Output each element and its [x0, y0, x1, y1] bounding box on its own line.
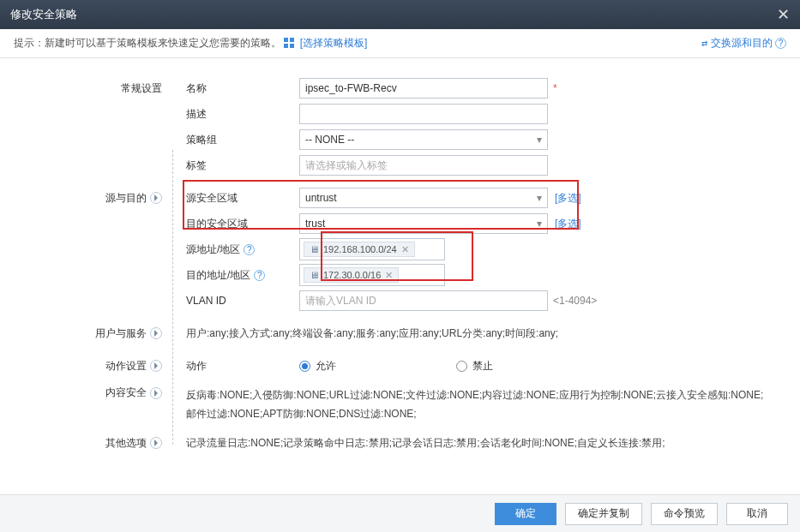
- radio-icon: [456, 361, 467, 372]
- dialog-title: 修改安全策略: [10, 7, 77, 22]
- swap-src-dst-link[interactable]: ⇄ 交换源和目的 ?: [701, 37, 786, 49]
- close-icon[interactable]: ✕: [777, 5, 790, 24]
- srczone-value: untrust: [305, 192, 337, 204]
- tags-input[interactable]: [299, 155, 548, 176]
- chevron-down-icon: ▾: [537, 218, 542, 230]
- group-label: 策略组: [167, 133, 299, 147]
- tip-right: ⇄ 交换源和目的 ?: [701, 36, 786, 51]
- cancel-button[interactable]: 取消: [726, 503, 788, 525]
- section-general-label: 常规设置: [0, 81, 167, 96]
- vlan-input[interactable]: [299, 290, 548, 311]
- desc-input[interactable]: [299, 104, 548, 124]
- action-deny-radio[interactable]: 禁止: [456, 359, 493, 374]
- section-contentsec-label: 内容安全: [0, 386, 167, 400]
- expand-icon[interactable]: [150, 387, 162, 399]
- expand-icon[interactable]: [150, 360, 162, 372]
- section-srcdst-label: 源与目的: [0, 191, 167, 206]
- dstzone-value: trust: [305, 218, 325, 230]
- name-label: 名称: [167, 81, 299, 96]
- srcaddr-label: 源地址/地区 ?: [167, 242, 299, 257]
- srcaddr-input[interactable]: 🖥 192.168.100.0/24 ✕: [299, 238, 445, 260]
- name-input[interactable]: [299, 78, 548, 99]
- svg-rect-3: [290, 44, 294, 48]
- srcaddr-chip-text: 192.168.100.0/24: [323, 244, 397, 254]
- help-icon[interactable]: ?: [244, 244, 255, 255]
- chevron-down-icon: ▾: [537, 134, 542, 146]
- help-icon[interactable]: ?: [254, 270, 265, 281]
- radio-icon: [299, 361, 310, 372]
- swap-icon: ⇄: [701, 37, 707, 49]
- section-userservice-label: 用户与服务: [0, 326, 167, 341]
- dstaddr-label: 目的地址/地区 ?: [167, 268, 299, 283]
- tip-bar: 提示：新建时可以基于策略模板来快速定义您需要的策略。 [选择策略模板] ⇄ 交换…: [0, 29, 800, 58]
- tip-text: 提示：新建时可以基于策略模板来快速定义您需要的策略。: [14, 37, 281, 49]
- vlan-hint: <1-4094>: [553, 295, 597, 307]
- action-allow-label: 允许: [316, 359, 336, 374]
- expand-icon[interactable]: [150, 437, 162, 449]
- monitor-icon: 🖥: [310, 244, 319, 254]
- svg-marker-4: [154, 194, 158, 201]
- action-deny-label: 禁止: [472, 359, 493, 374]
- chevron-down-icon: ▾: [537, 192, 542, 204]
- group-value: -- NONE --: [305, 134, 354, 146]
- dialog-titlebar: 修改安全策略 ✕: [0, 0, 800, 29]
- section-other-label: 其他选项: [0, 436, 167, 451]
- srczone-label: 源安全区域: [167, 191, 299, 206]
- svg-marker-7: [154, 390, 158, 397]
- desc-label: 描述: [167, 107, 299, 122]
- svg-rect-1: [290, 38, 294, 42]
- dstaddr-input[interactable]: 🖥 172.30.0.0/16 ✕: [299, 264, 445, 286]
- ok-button[interactable]: 确定: [495, 503, 556, 525]
- remove-chip-icon[interactable]: ✕: [385, 270, 393, 281]
- template-icon: [284, 38, 294, 48]
- other-summary: 记录流量日志:NONE;记录策略命中日志:禁用;记录会话日志:禁用;会话老化时间…: [167, 433, 767, 452]
- tip-left: 提示：新建时可以基于策略模板来快速定义您需要的策略。 [选择策略模板]: [14, 36, 367, 51]
- svg-rect-2: [284, 44, 288, 48]
- expand-icon[interactable]: [150, 327, 162, 339]
- monitor-icon: 🖥: [310, 270, 319, 280]
- required-star: *: [553, 82, 557, 94]
- dstzone-label: 目的安全区域: [167, 217, 299, 231]
- tags-label: 标签: [167, 158, 299, 173]
- contentsec-summary: 反病毒:NONE;入侵防御:NONE;URL过滤:NONE;文件过滤:NONE;…: [167, 386, 767, 423]
- swap-label: 交换源和目的: [711, 37, 773, 49]
- remove-chip-icon[interactable]: ✕: [401, 244, 409, 255]
- group-select[interactable]: -- NONE -- ▾: [299, 129, 548, 150]
- dstzone-multi-link[interactable]: [多选]: [555, 218, 581, 230]
- preview-button[interactable]: 命令预览: [651, 503, 718, 525]
- ok-copy-button[interactable]: 确定并复制: [565, 503, 642, 525]
- dstzone-select[interactable]: trust ▾: [299, 213, 548, 234]
- form-content: 常规设置 名称 * 描述 策略组 -- NONE -- ▾ 标签: [0, 58, 800, 494]
- srczone-multi-link[interactable]: [多选]: [555, 192, 581, 204]
- dstaddr-chip-text: 172.30.0.0/16: [323, 270, 381, 280]
- action-label: 动作: [167, 359, 299, 374]
- svg-marker-5: [154, 330, 158, 337]
- svg-marker-8: [154, 439, 158, 446]
- userservice-summary: 用户:any;接入方式:any;终端设备:any;服务:any;应用:any;U…: [167, 324, 767, 343]
- select-template-link[interactable]: [选择策略模板]: [300, 37, 368, 49]
- action-allow-radio[interactable]: 允许: [299, 359, 336, 374]
- vlan-label: VLAN ID: [167, 295, 299, 307]
- srcaddr-chip: 🖥 192.168.100.0/24 ✕: [304, 242, 415, 257]
- svg-marker-6: [154, 362, 158, 369]
- expand-icon[interactable]: [150, 192, 162, 204]
- srczone-select[interactable]: untrust ▾: [299, 188, 548, 208]
- help-icon[interactable]: ?: [775, 38, 786, 49]
- section-action-label: 动作设置: [0, 359, 167, 374]
- dialog-footer: 确定 确定并复制 命令预览 取消: [0, 494, 800, 532]
- dstaddr-chip: 🖥 172.30.0.0/16 ✕: [304, 267, 399, 283]
- svg-rect-0: [284, 38, 288, 42]
